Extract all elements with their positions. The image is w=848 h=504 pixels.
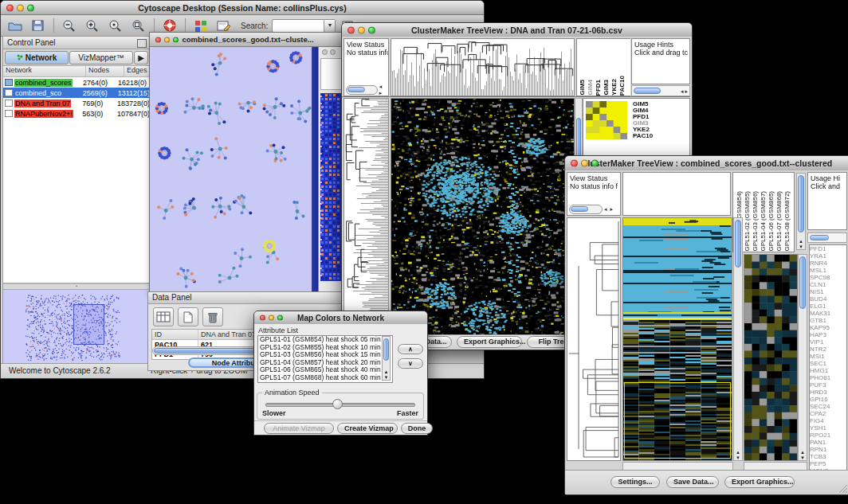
- treeview1-titlebar[interactable]: ClusterMaker TreeView : DNA and Tran 07-…: [342, 23, 692, 37]
- save-session-button[interactable]: [29, 18, 48, 33]
- attribute-list-vscrollbar[interactable]: ▴▾: [382, 336, 391, 381]
- tv2-gene-label[interactable]: MSL1: [810, 267, 846, 274]
- tv1-column-dendrogram-canvas[interactable]: [391, 39, 574, 96]
- tv2-gene-label[interactable]: SEC1: [810, 360, 846, 367]
- tv2-column-dendrogram-panel[interactable]: [622, 172, 731, 216]
- tv2-gene-label[interactable]: YRA1: [810, 252, 846, 260]
- tv2-gene-label[interactable]: ELG1: [810, 303, 846, 310]
- treeview2-titlebar[interactable]: ClusterMaker TreeView : combined_scores_…: [565, 156, 848, 171]
- tv2-minimize-button[interactable]: [581, 160, 588, 167]
- tv2-gene-label[interactable]: PEP5: [810, 460, 846, 467]
- zoom-fit-button[interactable]: [129, 18, 148, 33]
- create-vizmap-button[interactable]: Create Vizmap: [337, 423, 398, 434]
- tv2-gene-label[interactable]: PUF3: [810, 381, 846, 389]
- tv2-gene-label[interactable]: NIS1: [810, 288, 846, 295]
- network-table-row[interactable]: combined_scores 2764(0) 16218(0): [3, 77, 150, 88]
- search-dropdown-arrow[interactable]: ▼: [324, 20, 335, 32]
- delete-attribute-button[interactable]: [202, 307, 223, 326]
- tv2-column-label[interactable]: GPL51-08 (GSM872): [783, 191, 791, 252]
- tv1-row-label[interactable]: PAC10: [633, 133, 689, 139]
- tv2-save-data-button[interactable]: Save Data...: [666, 476, 719, 488]
- tab-vizmapper[interactable]: VizMapper™: [69, 51, 133, 64]
- tv2-gene-label[interactable]: SPC98: [810, 274, 846, 281]
- open-session-button[interactable]: [6, 18, 25, 33]
- float-panel-icon[interactable]: [137, 39, 147, 48]
- tv1-minimize-button[interactable]: [358, 26, 365, 33]
- tv2-gene-label[interactable]: KAP95: [810, 324, 846, 331]
- tv1-close-button[interactable]: [347, 26, 355, 33]
- zoom-in-button[interactable]: [83, 18, 102, 33]
- tv2-gene-label[interactable]: CLN1: [810, 281, 846, 288]
- column-edges[interactable]: Edges: [124, 66, 150, 76]
- tv1-column-label[interactable]: GIM3: [603, 80, 610, 96]
- tv1-column-label[interactable]: GIM5: [579, 80, 587, 96]
- zoom-button[interactable]: [27, 4, 34, 11]
- tv2-labels-scroll-thumb[interactable]: [798, 175, 804, 232]
- network-overview-canvas[interactable]: [3, 290, 148, 363]
- tv2-zoom-heatmap-panel[interactable]: [744, 254, 798, 461]
- network-table-row[interactable]: combined_sco 2569(6) 13112(15): [3, 88, 150, 98]
- dialog-zoom-button[interactable]: [277, 315, 283, 321]
- tv1-right-hscrollbar[interactable]: ◂ ▸: [631, 85, 690, 96]
- tv2-gene-label[interactable]: MSI1: [810, 353, 846, 360]
- tv2-zoom-button[interactable]: [591, 160, 599, 167]
- tv2-labels-vscrollbar[interactable]: ▴▾: [796, 173, 806, 250]
- tv2-row-dendrogram-canvas[interactable]: [567, 218, 620, 460]
- tv2-gene-label[interactable]: HAP3: [810, 331, 846, 338]
- tv2-column-label[interactable]: GPL51-03 (GSM856): [752, 191, 760, 252]
- tv1-view-status-scrollbar[interactable]: ◂ ▸: [346, 85, 388, 94]
- tv2-gene-label[interactable]: PAN1: [810, 439, 846, 446]
- tv1-column-label[interactable]: PFD1: [595, 80, 603, 96]
- dialog-close-button[interactable]: [260, 315, 265, 321]
- zoom-selected-button[interactable]: [106, 18, 125, 33]
- minimize-button[interactable]: [17, 4, 24, 11]
- tv1-heatmap-panel[interactable]: [391, 98, 575, 335]
- close-button[interactable]: [6, 4, 14, 11]
- tv2-gene-label[interactable]: GTB1: [810, 317, 846, 324]
- tv2-column-label[interactable]: GPL51-06 (GSM865): [768, 191, 775, 252]
- tv2-gene-label[interactable]: RNR4: [810, 260, 846, 267]
- column-nodes[interactable]: Nodes: [86, 66, 124, 76]
- tv2-gene-label[interactable]: CPA2: [810, 410, 846, 417]
- tab-network[interactable]: Network: [5, 51, 69, 64]
- column-id[interactable]: ID: [152, 330, 198, 339]
- tv2-zoom-scroll-thumb[interactable]: [799, 256, 806, 309]
- tv2-gene-label[interactable]: MAK31: [810, 310, 846, 317]
- attribute-listbox[interactable]: GPL51-01 (GSM854) heat shock 05 minGPL51…: [257, 335, 393, 383]
- tv1-column-label[interactable]: PAC10: [618, 76, 626, 96]
- dialog-minimize-button[interactable]: [269, 315, 274, 321]
- tv2-settings-button[interactable]: Settings...: [610, 476, 660, 488]
- tv1-column-label[interactable]: GIM4: [587, 80, 595, 96]
- tv2-zoom-vscrollbar[interactable]: ▴▾: [798, 254, 807, 461]
- tv2-gene-label[interactable]: HMG1: [810, 367, 846, 374]
- network-frame-titlebar[interactable]: combined_scores_good.txt--cluste...: [150, 33, 346, 47]
- new-attribute-button[interactable]: [178, 307, 198, 326]
- network-table-row[interactable]: RNAPuberNov2+! 563(0) 107847(0): [3, 108, 150, 119]
- dialog-titlebar[interactable]: Map Colors to Network: [254, 311, 427, 325]
- resize-grip[interactable]: [838, 484, 848, 494]
- tv2-heatmap-canvas[interactable]: [623, 218, 732, 460]
- frame-scroll-strip[interactable]: [312, 47, 318, 292]
- overview-divider-handle[interactable]: •: [3, 283, 150, 290]
- attr-scroll-thumb[interactable]: [383, 338, 389, 361]
- column-network[interactable]: Network: [3, 66, 86, 76]
- tv1-row-dendrogram-canvas[interactable]: [344, 99, 388, 334]
- frame-zoom-button[interactable]: [173, 37, 179, 42]
- animate-vizmap-button[interactable]: Animate Vizmap: [264, 423, 334, 434]
- select-attributes-button[interactable]: [153, 307, 174, 326]
- search-input[interactable]: ▼: [272, 19, 336, 33]
- tv2-row-dendrogram-panel[interactable]: [567, 217, 621, 461]
- zoom-out-button[interactable]: [60, 18, 79, 33]
- frame-minimize-button[interactable]: [164, 37, 170, 42]
- tv2-heatmap-panel[interactable]: [622, 217, 732, 461]
- tv2-gene-label[interactable]: FIG4: [810, 417, 846, 424]
- slider-thumb[interactable]: [332, 399, 343, 409]
- tv2-gene-label[interactable]: NTR2: [810, 346, 846, 353]
- move-down-button[interactable]: ∨: [398, 358, 423, 369]
- tv1-heatmap-canvas[interactable]: [391, 99, 574, 334]
- tv2-gene-label[interactable]: HRD3: [810, 389, 846, 396]
- bg-frame-close-button[interactable]: [322, 49, 328, 55]
- tv2-view-status-scrollbar[interactable]: ◂ ▸: [569, 205, 614, 213]
- frame-window-controls[interactable]: [155, 37, 179, 42]
- tv1-row-dendrogram-panel[interactable]: [344, 98, 389, 335]
